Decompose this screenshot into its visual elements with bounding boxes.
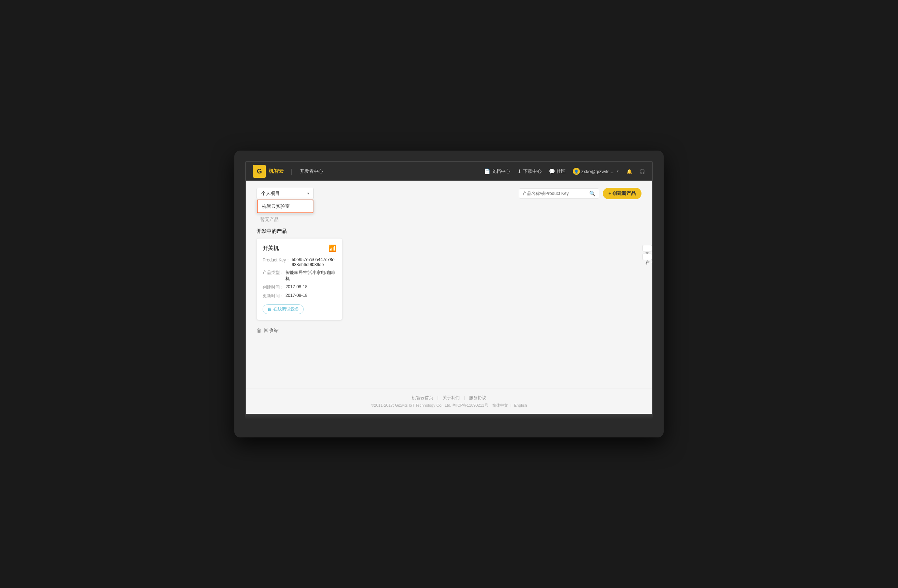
- user-dropdown-icon: ▼: [616, 169, 619, 173]
- product-updated-value: 2017-08-18: [286, 293, 308, 299]
- product-updated-row: 更新时间： 2017-08-18: [263, 293, 336, 299]
- nav-docs[interactable]: 📄 文档中心: [484, 168, 510, 175]
- product-type-value: 智能家居/生活小家电/咖啡机: [286, 270, 336, 282]
- footer-sep-lang: |: [511, 403, 512, 407]
- logo-text: 机智云: [269, 168, 284, 175]
- recycle-label: 回收站: [264, 327, 279, 334]
- search-icon[interactable]: 🔍: [589, 190, 595, 197]
- lang-cn-link[interactable]: 简体中文: [492, 403, 508, 407]
- indev-section-title: 开发中的产品: [257, 228, 641, 235]
- create-product-button[interactable]: + 创建新产品: [603, 188, 641, 199]
- product-key-row: Product Key： 50e957e7e0a447c78e938eb6d9f…: [263, 257, 336, 267]
- search-box: 🔍: [519, 189, 599, 198]
- user-avatar-icon: 👤: [573, 168, 580, 175]
- product-key-value: 50e957e7e0a447c78e938eb6d9f039de: [292, 257, 336, 267]
- footer-link-home[interactable]: 机智云首页: [412, 395, 433, 400]
- docs-label: 文档中心: [492, 168, 510, 175]
- product-updated-label: 更新时间：: [263, 293, 284, 299]
- project-dropdown-menu: 杭智云实验室: [257, 199, 314, 213]
- test-btn-label: 在线调试设备: [273, 306, 299, 312]
- docs-icon: 📄: [484, 169, 490, 174]
- user-label: zxke@gizwits....: [581, 169, 615, 174]
- footer-sep-2: |: [464, 395, 465, 400]
- download-icon: ⬇: [517, 169, 521, 174]
- navbar: G 机智云 | 开发者中心 📄 文档中心 ⬇ 下载中心 💬 社区: [246, 162, 652, 181]
- download-label: 下载中心: [523, 168, 542, 175]
- nav-user[interactable]: 👤 zxke@gizwits.... ▼: [573, 168, 619, 175]
- recycle-bin-row[interactable]: 🗑 回收站: [257, 327, 641, 334]
- footer-link-about[interactable]: 关于我们: [443, 395, 460, 400]
- footer-sep-1: |: [438, 395, 439, 400]
- wifi-icon: 📶: [328, 244, 336, 252]
- product-created-label: 创建时间：: [263, 284, 284, 290]
- product-type-label: 产品类型：: [263, 270, 284, 282]
- product-name: 开关机: [263, 245, 279, 252]
- project-register-btn[interactable]: 项目登记: [642, 245, 652, 252]
- nav-headset[interactable]: 🎧: [639, 169, 645, 174]
- lang-en-link[interactable]: English: [514, 403, 527, 407]
- product-key-label: Product Key：: [263, 257, 290, 267]
- project-dropdown-label: 个人项目: [261, 190, 280, 197]
- logo-area: G 机智云: [253, 165, 284, 178]
- nav-bell[interactable]: 🔔: [626, 169, 632, 174]
- product-created-value: 2017-08-18: [286, 284, 308, 290]
- search-and-create: 🔍 + 创建新产品: [519, 188, 641, 199]
- footer-links: 机智云首页 | 关于我们 | 服务协议: [246, 395, 652, 401]
- nav-community[interactable]: 💬 社区: [549, 168, 566, 175]
- footer-link-terms[interactable]: 服务协议: [469, 395, 486, 400]
- product-type-row: 产品类型： 智能家居/生活小家电/咖啡机: [263, 270, 336, 282]
- toolbar: 个人项目 杭智云实验室 🔍 + 创建新产品: [257, 188, 641, 199]
- copyright-text: ©2011-2017; Gizwits IoT Technology Co., …: [371, 403, 488, 407]
- search-input[interactable]: [523, 191, 587, 196]
- dev-center-label: 开发者中心: [300, 168, 323, 175]
- online-consult-btn[interactable]: 在线咨询: [642, 253, 652, 260]
- logo-icon: G: [253, 165, 266, 178]
- main-content: 个人项目 杭智云实验室 🔍 + 创建新产品 已发布的产品 暂无产品: [246, 181, 652, 388]
- no-product-text: 暂无产品: [260, 216, 641, 223]
- footer-copyright: ©2011-2017; Gizwits IoT Technology Co., …: [246, 403, 652, 408]
- footer: 机智云首页 | 关于我们 | 服务协议 ©2011-2017; Gizwits …: [246, 388, 652, 414]
- nav-divider: |: [291, 168, 293, 175]
- project-selector-wrapper: 个人项目 杭智云实验室: [257, 188, 314, 199]
- project-dropdown[interactable]: 个人项目: [257, 188, 314, 199]
- test-btn-icon: 🖥: [267, 307, 272, 312]
- community-icon: 💬: [549, 169, 555, 174]
- community-label: 社区: [556, 168, 566, 175]
- trash-icon: 🗑: [257, 328, 261, 333]
- dropdown-item-lab[interactable]: 杭智云实验室: [257, 200, 314, 213]
- headset-icon: 🎧: [639, 169, 645, 174]
- bell-icon: 🔔: [626, 169, 632, 174]
- side-buttons: 项目登记 在线咨询: [642, 245, 652, 260]
- product-created-row: 创建时间： 2017-08-18: [263, 284, 336, 290]
- online-test-button[interactable]: 🖥 在线调试设备: [263, 304, 304, 314]
- product-card-header: 开关机 📶: [263, 244, 336, 252]
- nav-download[interactable]: ⬇ 下载中心: [517, 168, 542, 175]
- navbar-left: G 机智云 | 开发者中心: [253, 165, 323, 178]
- product-card: 开关机 📶 Product Key： 50e957e7e0a447c78e938…: [257, 238, 342, 320]
- published-section-title: 已发布的产品: [257, 206, 641, 213]
- navbar-right: 📄 文档中心 ⬇ 下载中心 💬 社区 👤 zxke@gizwits.... ▼: [484, 168, 645, 175]
